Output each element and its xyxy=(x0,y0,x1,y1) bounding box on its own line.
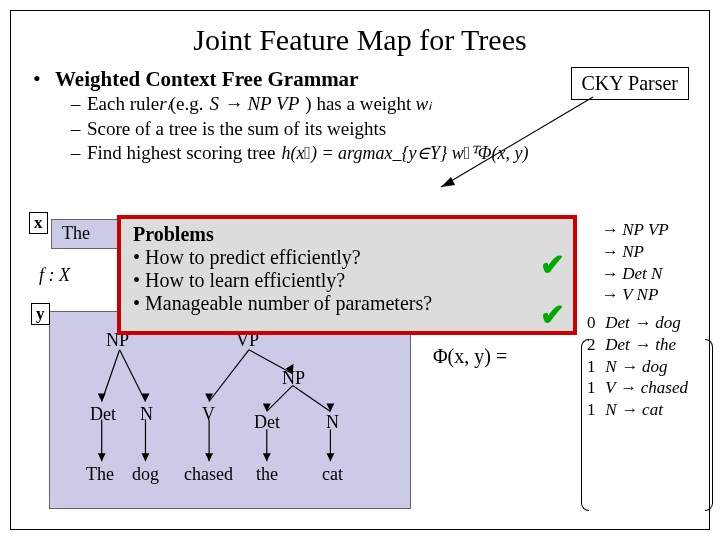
leaf-the2: the xyxy=(256,464,278,485)
check-icon: ✔ xyxy=(540,297,565,332)
rule-example: S → NP VP xyxy=(207,92,301,117)
problems-title: Problems xyxy=(133,223,561,246)
text-eg: (e.g. xyxy=(170,92,204,117)
leaf-dog: dog xyxy=(132,464,159,485)
svg-marker-21 xyxy=(205,453,213,461)
feat-row: 0→ NP VP xyxy=(587,219,688,241)
tree-box: NP VP NP Det N V Det N The dog chased th… xyxy=(49,311,411,509)
tree-Det2: Det xyxy=(254,412,280,433)
text-has-weight: ) has a weight xyxy=(305,92,411,117)
tree-V: V xyxy=(202,404,215,425)
svg-marker-14 xyxy=(141,394,149,402)
problem-q3: • Manageable number of parameters? xyxy=(133,292,561,315)
svg-marker-20 xyxy=(141,453,149,461)
svg-marker-22 xyxy=(263,453,271,461)
x-label-box: x xyxy=(29,212,48,234)
problems-box: Problems • How to predict efficiently? •… xyxy=(117,215,577,335)
feat-row: 0→ V NP xyxy=(587,284,688,306)
text-each-rule: Each rule xyxy=(87,92,159,117)
tree-N2: N xyxy=(326,412,339,433)
svg-line-4 xyxy=(209,350,249,402)
problem-q1: • How to predict efficiently? xyxy=(133,246,561,269)
svg-marker-23 xyxy=(326,453,334,461)
svg-marker-19 xyxy=(98,453,106,461)
feat-row: 0→ NP xyxy=(587,241,688,263)
tree-Det1: Det xyxy=(90,404,116,425)
tree-NP2: NP xyxy=(282,368,305,389)
slide-title: Joint Feature Map for Trees xyxy=(33,23,687,57)
tree-N1: N xyxy=(140,404,153,425)
sentence-text: The xyxy=(62,223,90,243)
problem-q2: • How to learn efficiently? xyxy=(133,269,561,292)
feat-row: 1 N → dog xyxy=(587,356,688,378)
rule-var: rᵢ xyxy=(159,92,169,117)
feat-row: 0→ Det N xyxy=(587,263,688,285)
check-icon: ✔ xyxy=(540,247,565,282)
svg-marker-13 xyxy=(98,394,106,402)
feat-row: 1 V → chased xyxy=(587,377,688,399)
bullet-icon: • xyxy=(33,67,55,91)
wcfg-heading-text: Weighted Context Free Grammar xyxy=(55,67,358,92)
feature-vector: 0→ NP VP 0→ NP 0→ Det N 0→ V NP 0 Det → … xyxy=(587,219,688,421)
cky-parser-box: CKY Parser xyxy=(571,67,689,100)
weight-var: wᵢ xyxy=(415,92,431,117)
leaf-chased: chased xyxy=(184,464,233,485)
svg-line-7 xyxy=(293,386,331,412)
leaf-the1: The xyxy=(86,464,114,485)
wcfg-line2-text: Score of a tree is the sum of its weight… xyxy=(87,118,386,139)
leaf-cat: cat xyxy=(322,464,343,485)
feat-row: 1 N → cat xyxy=(587,399,688,421)
feat-row: 2 Det → the xyxy=(587,334,688,356)
paren-right-icon xyxy=(705,339,713,511)
argmax-formula: h(x⃗) = argmax_{y∈Y} w⃗ᵀΦ(x, y) xyxy=(281,142,528,165)
svg-marker-1 xyxy=(441,177,455,187)
wcfg-line3: – Find highest scoring tree h(x⃗) = argm… xyxy=(33,141,687,166)
slide-frame: Joint Feature Map for Trees CKY Parser •… xyxy=(10,10,710,530)
phi-label: Φ(x, y) = xyxy=(433,345,507,368)
wcfg-line2: –Score of a tree is the sum of its weigh… xyxy=(33,117,687,142)
y-label-box: y xyxy=(31,303,50,325)
feat-row: 0 Det → dog xyxy=(587,312,688,334)
f-map: f : X xyxy=(39,265,70,286)
wcfg-line3-text: Find highest scoring tree xyxy=(87,141,275,166)
svg-marker-17 xyxy=(263,403,271,411)
svg-line-6 xyxy=(267,386,293,412)
lower-region: The x f : X xyxy=(33,221,687,517)
